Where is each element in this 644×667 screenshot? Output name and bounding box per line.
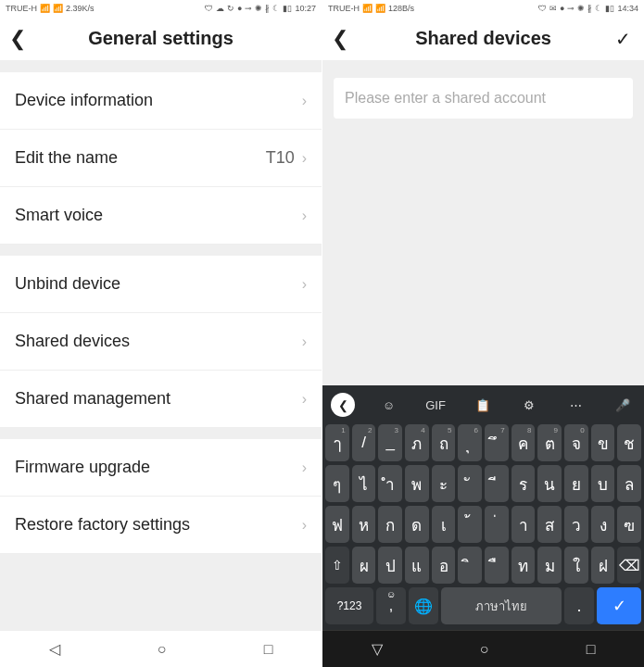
key-char[interactable]: ภ4 [405,424,429,461]
nav-recent[interactable]: □ [264,641,273,658]
nav-home[interactable]: ○ [158,641,167,658]
key-char[interactable]: ื [485,547,509,584]
kb-sticker-icon[interactable]: ☺ [376,392,402,418]
bt-icon: ∦ [265,4,270,13]
key-char[interactable]: ต9 [537,424,562,461]
key-backspace[interactable]: ⌫ [617,547,641,584]
key-char[interactable]: ด [405,506,429,543]
msg-icon: ✉ [549,4,557,13]
keyboard-row-3: ฟหกดเ้่าสวงฃ [325,506,641,543]
key-char[interactable]: ้ [458,506,482,543]
key-numbers[interactable]: ?123 [325,587,373,624]
nav-back-keyboard[interactable]: ▽ [372,640,383,658]
row-unbind-device[interactable]: Unbind device › [0,256,322,313]
key-char[interactable]: ๆ [325,465,349,502]
battery-icon: ▮▯ [283,4,292,13]
key-char[interactable]: ร [511,465,536,502]
key-char[interactable]: ี [485,465,509,502]
chevron-right-icon: › [302,208,307,224]
key-globe[interactable]: 🌐 [409,587,438,624]
key-char[interactable]: ั [458,465,482,502]
key-char[interactable]: น [537,465,562,502]
key-char[interactable]: ค8 [511,424,536,461]
key-period[interactable]: . [564,587,594,624]
key-char[interactable]: ฃ [617,506,641,543]
row-shared-management[interactable]: Shared management › [0,371,322,428]
key-char[interactable]: พ [405,465,429,502]
key-char[interactable]: ผ [352,547,376,584]
back-button[interactable]: ❮ [332,27,348,51]
key-char[interactable]: ป [378,547,402,584]
net-speed: 2.39K/s [66,4,95,13]
key-char[interactable]: ง [591,506,615,543]
key-char[interactable]: ๅ1 [325,424,349,461]
key-char[interactable]: ุ6 [458,424,482,461]
key-shift[interactable]: ⇧ [325,547,349,584]
kb-gif-button[interactable]: GIF [423,392,448,418]
key-char[interactable]: บ [591,465,615,502]
key-char[interactable]: ไ [352,465,376,502]
row-smart-voice[interactable]: Smart voice › [0,187,322,245]
net-speed: 128B/s [388,4,414,13]
kb-clipboard-icon[interactable]: 📋 [470,392,496,418]
key-char[interactable]: ห [352,506,376,543]
chevron-right-icon: › [302,93,307,109]
key-char[interactable]: ฟ [325,506,349,543]
key-char[interactable]: ม [537,547,562,584]
signal-icon: 📶 [362,4,373,13]
header: ❮ Shared devices ✓ [322,17,644,61]
key-char[interactable]: ถ5 [432,424,456,461]
battery-icon: ▮▯ [605,4,614,13]
key-char[interactable]: ึ7 [485,424,509,461]
key-icon: ⊸ [567,4,575,13]
key-char[interactable]: ล [617,465,641,502]
row-device-information[interactable]: Device information › [0,72,322,130]
key-char[interactable]: ะ [432,465,456,502]
row-firmware-upgrade[interactable]: Firmware upgrade › [0,439,322,497]
key-char[interactable]: _3 [378,424,402,461]
signal-icon-2: 📶 [375,4,385,13]
key-char[interactable]: อ [432,547,456,584]
key-char[interactable]: /2 [352,424,376,461]
nav-back[interactable]: ◁ [49,640,60,658]
row-label: Firmware upgrade [15,458,150,477]
key-char[interactable]: ำ [378,465,402,502]
nav-recent[interactable]: □ [587,641,596,658]
kb-mic-icon[interactable]: 🎤 [610,392,636,418]
key-char[interactable]: ว [564,506,588,543]
shared-account-input[interactable] [334,78,633,119]
kb-collapse-icon[interactable]: ❮ [331,393,355,417]
kb-settings-icon[interactable]: ⚙ [516,392,542,418]
signal-icon-2: 📶 [53,4,63,13]
key-char[interactable]: ใ [564,547,588,584]
key-char[interactable]: ก [378,506,402,543]
key-char[interactable]: ช [617,424,641,461]
kb-more-icon[interactable]: ⋯ [563,392,589,418]
key-space[interactable]: ภาษาไทย [441,587,562,624]
right-screenshot: TRUE-H 📶 📶 128B/s 🛡 ✉ ● ⊸ ✺ ∦ ☾ ▮▯ 14:34… [322,0,644,667]
key-char[interactable]: ส [537,506,562,543]
key-char[interactable]: ท [511,547,536,584]
chevron-right-icon: › [302,276,307,293]
key-char[interactable]: แ [405,547,429,584]
row-shared-devices[interactable]: Shared devices › [0,313,322,371]
keyboard-toolbar: ❮ ☺ GIF 📋 ⚙ ⋯ 🎤 [325,389,641,421]
key-comma[interactable]: ☺, [376,587,406,624]
row-restore-factory[interactable]: Restore factory settings › [0,497,322,554]
vpn-icon: 🛡 [538,4,547,13]
key-char[interactable]: ่ [485,506,509,543]
back-button[interactable]: ❮ [9,27,26,51]
key-char[interactable]: จ0 [564,424,588,461]
row-edit-name[interactable]: Edit the name T10 › [0,130,322,187]
confirm-button[interactable]: ✓ [615,28,631,50]
key-char[interactable]: ข [591,424,615,461]
nav-home[interactable]: ○ [480,641,489,658]
messenger-icon: ● [560,4,564,13]
key-char[interactable]: เ [432,506,456,543]
chevron-right-icon: › [302,150,307,167]
key-enter[interactable]: ✓ [597,587,641,624]
key-char[interactable]: ย [564,465,588,502]
key-char[interactable]: ิ [458,547,482,584]
key-char[interactable]: า [511,506,536,543]
key-char[interactable]: ฝ [591,547,615,584]
